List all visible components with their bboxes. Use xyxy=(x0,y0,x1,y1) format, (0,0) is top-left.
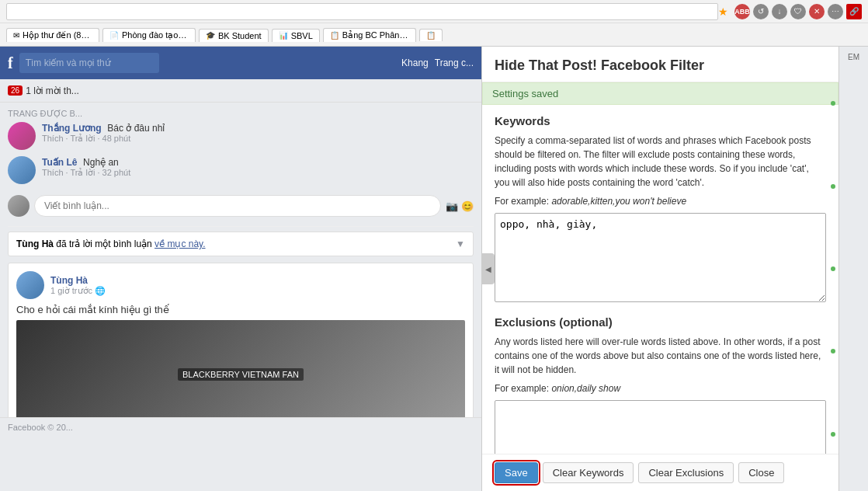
image-label: BLACKBERRY VIETNAM FAN xyxy=(178,368,304,381)
camera-icon: 📷 xyxy=(446,200,458,212)
extra-tab-icon: 📋 xyxy=(426,31,436,40)
tab-label-gmail: Hộp thư đến (88) · kh xyxy=(23,30,92,40)
green-dot xyxy=(831,349,835,353)
download-icon[interactable]: ↓ xyxy=(772,4,787,19)
facebook-logo: f xyxy=(8,54,13,72)
post-time: 1 giờ trước 🌐 xyxy=(50,286,106,296)
comment-meta-tuan: Thích · Trả lời · 32 phút xyxy=(42,168,474,178)
facebook-footer: Facebook © 20... xyxy=(0,417,481,437)
green-dot xyxy=(831,266,835,271)
keywords-example-label: For example: xyxy=(495,196,549,207)
commenter-loc-tuan: Nghệ an xyxy=(83,157,119,168)
close-circle-icon[interactable]: ✕ xyxy=(809,4,825,19)
address-bar[interactable]: facebook.com xyxy=(6,3,718,20)
tab-label-sbvl: SBVL xyxy=(291,31,313,40)
settings-saved-bar: Settings saved xyxy=(482,82,838,105)
extension-icon-abb[interactable]: ABB xyxy=(734,4,750,19)
bk-tab-icon: 🎓 xyxy=(206,31,215,40)
post-text: Cho e hỏi cái mắt kính hiệu gì thế xyxy=(16,304,465,315)
browser-tab-gmail[interactable]: ✉ Hộp thư đến (88) · kh xyxy=(6,28,99,42)
extension-active-icon[interactable]: 🔗 xyxy=(846,4,862,19)
right-strip: EM xyxy=(838,47,868,491)
green-dots-decoration xyxy=(831,47,837,491)
emoji-icon: 😊 xyxy=(461,200,474,212)
browser-tab-bk[interactable]: 🎓 BK Student xyxy=(199,29,269,42)
bang-tab-icon: 📋 xyxy=(330,31,339,40)
green-dot xyxy=(831,184,835,189)
browser-tab-extra[interactable]: 📋 xyxy=(419,29,443,41)
chevron-down-icon[interactable]: ▼ xyxy=(456,239,465,249)
exclusions-section-title: Exclusions (optional) xyxy=(495,315,826,329)
browser-tab-sbvl[interactable]: 📊 SBVL xyxy=(272,29,320,42)
share-notif-link[interactable]: về mục này. xyxy=(155,239,205,249)
fb-username: Khang xyxy=(401,57,429,68)
avatar-post-author xyxy=(16,271,44,299)
green-dot xyxy=(831,101,835,106)
notification-text: 1 lời mời th... xyxy=(26,85,79,96)
keywords-example-value: adorable,kitten,you won't believe xyxy=(551,196,686,207)
phong-tab-icon: 📄 xyxy=(109,31,119,40)
close-button[interactable]: Close xyxy=(738,462,784,483)
page-label: TRANG ĐƯỢC B... xyxy=(8,109,474,119)
comment-item: Tuấn Lê Nghệ an Thích · Trả lời · 32 phú… xyxy=(8,156,474,184)
comment-meta-thang: Thích · Trả lời · 48 phút xyxy=(42,134,474,144)
gmail-tab-icon: ✉ xyxy=(13,31,19,40)
sbvl-tab-icon: 📊 xyxy=(279,31,288,40)
save-button[interactable]: Save xyxy=(495,462,538,483)
commenter-name-thang: Thắng Lương xyxy=(42,123,102,134)
exclusions-example: For example: onion,daily show xyxy=(495,383,826,394)
fb-trang-link[interactable]: Trang c... xyxy=(435,57,474,68)
tab-label-bang: Bảng BC Phân Phối C... xyxy=(342,30,409,40)
exclusions-example-label: For example: xyxy=(495,383,549,394)
exclusions-textarea[interactable] xyxy=(495,400,826,454)
browser-tab-phong[interactable]: 📄 Phòng đào tạo · Trư... xyxy=(102,28,196,42)
comment-input[interactable] xyxy=(34,195,441,217)
tab-label-phong: Phòng đào tạo · Trư... xyxy=(122,30,189,40)
globe-icon: 🌐 xyxy=(95,286,106,295)
exclusions-description: Any words listed here will over-rule wor… xyxy=(495,335,826,377)
shield-icon[interactable]: 🛡 xyxy=(790,4,806,19)
more-icon[interactable]: ⋯ xyxy=(828,4,843,19)
post-image: BLACKBERRY VIETNAM FAN xyxy=(16,320,465,429)
commenter-loc-thang: Bác ở đâu nhỉ xyxy=(107,123,165,134)
collapse-panel-arrow[interactable]: ◀ xyxy=(482,253,495,284)
panel-title: Hide That Post! Facebook Filter xyxy=(495,57,826,74)
browser-tab-bang[interactable]: 📋 Bảng BC Phân Phối C... xyxy=(323,28,416,42)
green-dot xyxy=(831,432,835,437)
notification-badge: 26 xyxy=(8,85,23,96)
separator xyxy=(8,226,474,227)
clear-exclusions-button[interactable]: Clear Exclusions xyxy=(638,462,734,483)
comment-item: Thắng Lương Bác ở đâu nhỉ Thích · Trả lờ… xyxy=(8,122,474,150)
exclusions-example-value: onion,daily show xyxy=(551,383,620,394)
commenter-name-tuan: Tuấn Lê xyxy=(42,157,77,168)
avatar-self xyxy=(8,195,30,217)
keywords-description: Specify a comma-separated list of words … xyxy=(495,134,826,190)
keywords-example: For example: adorable,kitten,you won't b… xyxy=(495,196,826,207)
share-notification: Tùng Hà đã trả lời một bình luận về mục … xyxy=(8,232,474,256)
keywords-section-title: Keywords xyxy=(495,114,826,127)
bookmark-icon: ★ xyxy=(718,5,728,18)
clear-keywords-button[interactable]: Clear Keywords xyxy=(543,462,634,483)
post-author-name: Tùng Hà xyxy=(50,275,106,286)
right-strip-label: EM xyxy=(848,53,859,61)
share-notif-user: Tùng Hà xyxy=(16,239,54,249)
tab-label-bk: BK Student xyxy=(218,31,262,40)
facebook-search-input[interactable] xyxy=(19,53,159,73)
keywords-textarea[interactable]: oppo, nhà, giày, xyxy=(495,213,826,302)
avatar-tuan xyxy=(8,156,36,184)
refresh-icon[interactable]: ↺ xyxy=(753,4,769,19)
avatar-thang xyxy=(8,122,36,150)
post-card: Tùng Hà 1 giờ trước 🌐 Cho e hỏi cái mắt … xyxy=(8,263,474,437)
share-notif-action: đã trả lời một bình luận xyxy=(56,239,151,249)
